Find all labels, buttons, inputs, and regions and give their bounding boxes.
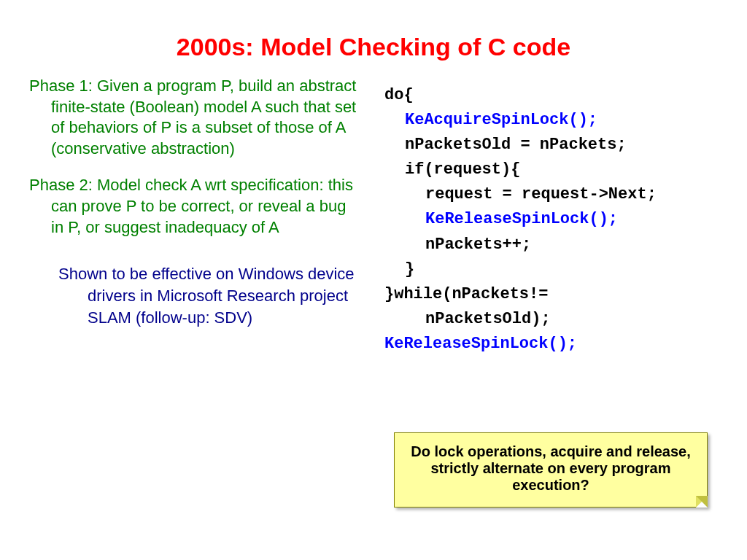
slide-title: 2000s: Model Checking of C code bbox=[0, 33, 747, 61]
callout-box: Do lock operations, acquire and release,… bbox=[394, 432, 708, 508]
code-line: KeReleaseSpinLock(); bbox=[384, 207, 718, 232]
code-line: request = request->Next; bbox=[384, 182, 718, 207]
phase1-text: Phase 1: Given a program P, build an abs… bbox=[29, 76, 363, 159]
code-line: if(request){ bbox=[384, 158, 718, 182]
content-columns: Phase 1: Given a program P, build an abs… bbox=[0, 76, 747, 357]
code-line: nPackets++; bbox=[384, 233, 718, 257]
right-column: do{ KeAcquireSpinLock(); nPacketsOld = n… bbox=[377, 76, 718, 357]
callout-text: Do lock operations, acquire and release,… bbox=[411, 443, 690, 493]
phase2-text: Phase 2: Model check A wrt specification… bbox=[29, 175, 363, 238]
left-column: Phase 1: Given a program P, build an abs… bbox=[29, 76, 377, 357]
code-line: } bbox=[384, 257, 718, 282]
code-line: }while(nPackets!=nPacketsOld); bbox=[384, 282, 718, 332]
code-line: KeReleaseSpinLock(); bbox=[384, 332, 718, 357]
code-line: do{ bbox=[384, 83, 718, 108]
slam-text: Shown to be effective on Windows device … bbox=[58, 263, 363, 328]
code-block: do{ KeAcquireSpinLock(); nPacketsOld = n… bbox=[384, 83, 718, 357]
code-line: KeAcquireSpinLock(); bbox=[384, 108, 718, 133]
code-line: nPacketsOld = nPackets; bbox=[384, 133, 718, 158]
page-fold-icon bbox=[696, 496, 708, 508]
